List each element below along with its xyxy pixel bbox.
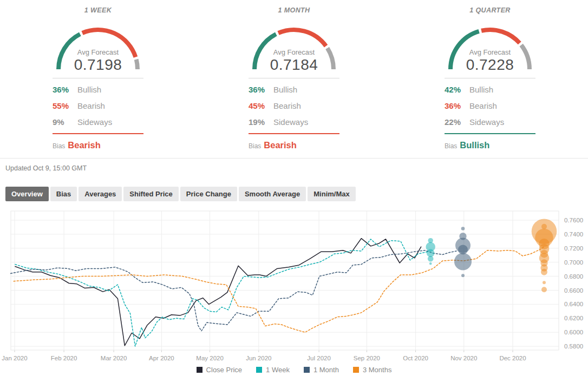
stat-label: Sideways	[469, 117, 504, 127]
x-axis-label: Feb 2020	[51, 355, 77, 361]
forecast-bubble	[541, 287, 547, 292]
legend-label: Close Price	[206, 366, 242, 374]
gauge-segment-bearish	[481, 30, 520, 43]
y-axis-label: 0.6400	[564, 301, 583, 307]
stat-row-bearish: 45%Bearish	[249, 97, 339, 114]
avg-forecast: Avg Forecast 0.7198	[52, 48, 144, 74]
y-axis-label: 0.7000	[564, 259, 583, 266]
avg-forecast-label: Avg Forecast	[52, 48, 144, 56]
stat-row-sideways: 19%Sideways	[249, 114, 339, 130]
legend-label: 1 Month	[313, 366, 339, 374]
stat-percent: 36%	[445, 101, 469, 110]
y-axis-label: 0.7200	[564, 245, 583, 252]
x-axis-label: May 2020	[196, 355, 224, 361]
legend-item-1-week: 1 Week	[256, 366, 290, 374]
legend-swatch	[304, 367, 310, 373]
avg-forecast: Avg Forecast 0.7184	[248, 48, 340, 74]
x-axis-label: Sep 2020	[354, 355, 380, 361]
y-axis-label: 0.6800	[564, 273, 583, 280]
chart-view-tabs: OverviewBiasAveragesShifted PricePrice C…	[5, 187, 588, 201]
stat-label: Bearish	[77, 101, 105, 110]
forecast-panel-1-month: 1 MONTH Avg Forecast 0.7184 36%Bullish45…	[196, 6, 392, 150]
legend-item-close-price: Close Price	[197, 366, 242, 374]
forecast-bubble	[429, 262, 432, 265]
legend-item-3-months: 3 Months	[353, 366, 391, 374]
forecast-bubble	[461, 274, 465, 277]
stat-row-sideways: 9%Sideways	[53, 114, 143, 130]
legend-swatch	[197, 367, 202, 373]
avg-forecast-label: Avg Forecast	[444, 48, 536, 56]
tab-price-change[interactable]: Price Change	[180, 187, 237, 201]
sentiment-stats: 36%Bullish45%Bearish19%Sideways	[249, 78, 339, 134]
gauge-1-month: Avg Forecast 0.7184	[248, 18, 340, 71]
stat-row-bearish: 36%Bearish	[445, 97, 535, 114]
stat-row-bullish: 36%Bullish	[249, 81, 339, 97]
gauge-segment-bearish	[278, 30, 326, 46]
forecast-bubble	[541, 269, 547, 275]
stat-row-sideways: 22%Sideways	[445, 114, 535, 130]
legend-swatch	[256, 367, 262, 373]
stat-label: Sideways	[77, 117, 112, 127]
stat-percent: 55%	[53, 101, 77, 110]
bubble-cluster-3-months-forecasts	[532, 219, 557, 292]
forecast-bubble	[543, 281, 546, 284]
bias-value: Bearish	[68, 140, 101, 150]
avg-forecast: Avg Forecast 0.7228	[444, 48, 536, 74]
bias-label: Bias	[53, 142, 65, 150]
tab-averages[interactable]: Averages	[79, 187, 122, 201]
forecast-bubble	[454, 253, 472, 270]
chart-legend: Close Price1 Week1 Month3 Months	[0, 366, 588, 374]
avg-forecast-value: 0.7198	[52, 56, 144, 74]
avg-forecast-value: 0.7228	[444, 56, 536, 74]
bias-row: Bias Bearish	[249, 140, 339, 150]
tab-bias[interactable]: Bias	[50, 187, 77, 201]
tab-shifted-price[interactable]: Shifted Price	[123, 187, 178, 201]
stat-row-bearish: 55%Bearish	[53, 97, 143, 114]
gauge-1-week: Avg Forecast 0.7198	[52, 18, 144, 71]
x-axis-label: Dec 2020	[499, 355, 526, 361]
y-axis-label: 0.6000	[564, 329, 583, 335]
tab-minim-max[interactable]: Minim/Max	[308, 187, 355, 201]
x-axis-label: Jun 2020	[246, 355, 271, 361]
stat-percent: 9%	[53, 117, 77, 127]
y-axis-label: 0.5800	[564, 343, 583, 350]
stat-label: Sideways	[273, 117, 308, 127]
avg-forecast-value: 0.7184	[248, 56, 340, 74]
stat-label: Bullish	[77, 85, 101, 94]
stat-percent: 36%	[249, 85, 273, 94]
bias-value: Bullish	[460, 140, 489, 150]
forecast-bubble	[428, 256, 434, 262]
x-axis-label: Apr 2020	[149, 355, 174, 361]
tab-overview[interactable]: Overview	[5, 187, 49, 201]
y-axis-label: 0.7600	[564, 217, 583, 223]
y-axis-label: 0.6600	[564, 287, 583, 294]
stat-percent: 36%	[53, 85, 77, 94]
forecast-panels: 1 WEEK Avg Forecast 0.7198 36%Bullish55%…	[0, 0, 588, 150]
stat-label: Bearish	[469, 101, 497, 110]
legend-item-1-month: 1 Month	[304, 366, 339, 374]
panel-title: 1 MONTH	[278, 6, 310, 14]
bubble-cluster-1-week-forecasts	[426, 238, 435, 265]
x-axis-label: Nov 2020	[450, 355, 477, 361]
forecast-panel-1-week: 1 WEEK Avg Forecast 0.7198 36%Bullish55%…	[0, 6, 196, 150]
panel-title: 1 QUARTER	[469, 6, 511, 14]
y-axis-label: 0.7400	[564, 231, 583, 238]
forecast-chart: 0.76000.74000.72000.70000.68000.66000.64…	[0, 207, 588, 370]
x-axis-label: Oct 2020	[403, 355, 428, 361]
stat-percent: 42%	[445, 85, 469, 94]
series-close-price	[15, 239, 421, 346]
x-axis-label: Mar 2020	[101, 355, 127, 361]
bias-row: Bias Bearish	[53, 140, 143, 150]
stat-row-bullish: 42%Bullish	[445, 81, 535, 97]
bias-row: Bias Bullish	[445, 140, 535, 150]
stat-row-bullish: 36%Bullish	[53, 81, 143, 97]
stat-percent: 45%	[249, 101, 273, 110]
sentiment-stats: 42%Bullish36%Bearish22%Sideways	[445, 78, 535, 134]
legend-label: 1 Week	[266, 366, 290, 374]
x-axis-label: Jan 2020	[2, 355, 27, 361]
y-axis-label: 0.6200	[564, 315, 583, 321]
stat-label: Bullish	[469, 85, 493, 94]
tab-smooth-average[interactable]: Smooth Average	[239, 187, 306, 201]
bias-label: Bias	[445, 142, 457, 150]
forecast-bubble	[461, 227, 465, 230]
